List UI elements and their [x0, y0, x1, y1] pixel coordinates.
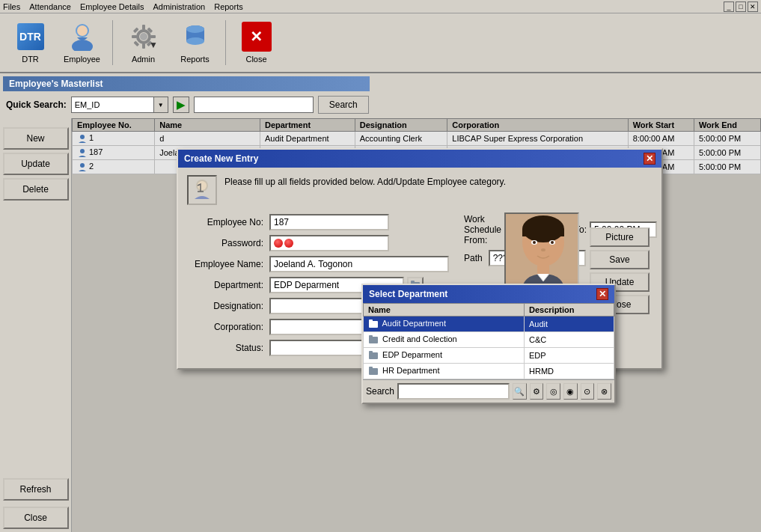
password-input[interactable] [269, 235, 389, 251]
quick-search-bar: Quick Search: EM_ID Name Department ▼ ▶ … [0, 91, 761, 118]
dept-search-bar: Search 🔍 ⚙ ◎ ◉ ⊙ ⊗ [363, 379, 614, 403]
dtr-button[interactable]: DTR DTR [6, 17, 55, 68]
dept-cell-desc: Audit [525, 317, 614, 332]
dept-cell-name: Audit Department [364, 317, 525, 332]
svg-point-31 [533, 241, 536, 244]
svg-point-33 [541, 248, 545, 251]
window-controls: _ □ ✕ [724, 1, 758, 12]
dept-search-icon[interactable]: 🔍 [513, 383, 527, 400]
dept-col-name: Name [364, 304, 525, 317]
reports-label: Reports [180, 55, 210, 64]
dept-popup-title: Select Department ✕ [363, 285, 614, 303]
svg-point-22 [198, 181, 207, 190]
menu-employee-details[interactable]: Employee Details [80, 2, 144, 11]
dept-table-row[interactable]: EDP Deparment EDP [364, 348, 614, 364]
dept-filter-icon-4[interactable]: ⊙ [581, 383, 595, 400]
svg-point-2 [77, 25, 88, 36]
modal-close-button[interactable]: ✕ [644, 153, 655, 165]
search-field-selector[interactable]: EM_ID Name Department ▼ [71, 97, 168, 113]
dtr-icon: DTR [16, 22, 46, 52]
dept-filter-icon-1[interactable]: ⚙ [530, 383, 544, 400]
reports-button[interactable]: Reports [171, 17, 219, 68]
modal-titlebar: Create New Entry ✕ [178, 150, 661, 168]
restore-button[interactable]: □ [736, 1, 746, 12]
svg-rect-36 [369, 319, 373, 322]
quick-search-label: Quick Search: [6, 100, 67, 110]
reports-icon [180, 22, 210, 52]
dtr-label: DTR [22, 55, 39, 64]
corporation-label: Corporation: [187, 322, 269, 332]
employee-no-label: Employee No: [187, 217, 269, 227]
svg-point-1 [72, 40, 93, 51]
toolbar: DTR DTR Employee [0, 13, 761, 73]
modal-body: Please fill up all fields provided below… [178, 168, 661, 368]
minimize-button[interactable]: _ [724, 1, 734, 12]
svg-rect-41 [369, 368, 378, 375]
dept-popup-title-text: Select Department [369, 289, 447, 299]
menu-reports[interactable]: Reports [214, 2, 243, 11]
dept-search-input[interactable] [397, 383, 510, 400]
employee-name-input[interactable] [269, 256, 449, 272]
dept-table-row[interactable]: Credit and Colection C&C [364, 332, 614, 348]
dept-table-row[interactable]: Audit Department Audit [364, 317, 614, 332]
dept-cell-name: EDP Deparment [364, 348, 525, 364]
dept-table-row[interactable]: HR Department HRMD [364, 364, 614, 379]
password-dot-2 [284, 239, 293, 248]
admin-label: Admin [132, 55, 155, 64]
close-button[interactable]: ✕ Close [232, 17, 281, 68]
svg-rect-5 [142, 43, 145, 49]
department-table: Name Description Audit Department [363, 303, 614, 379]
svg-text:▼: ▼ [149, 40, 158, 50]
svg-rect-37 [369, 337, 378, 343]
employee-button[interactable]: Employee [58, 17, 106, 68]
main-area: New Update Delete Refresh Close Employee… [0, 118, 761, 532]
menu-administration[interactable]: Administration [153, 2, 205, 11]
password-label: Password: [187, 238, 269, 248]
save-button[interactable]: Save [590, 250, 650, 269]
admin-icon: ▼ [129, 22, 159, 52]
modal-title-text: Create New Entry [184, 153, 258, 164]
dept-popup-close-button[interactable]: ✕ [596, 288, 608, 300]
dept-cell-desc: C&C [525, 332, 614, 348]
svg-rect-35 [369, 321, 378, 328]
delete-button[interactable]: Delete [3, 178, 69, 201]
search-text-input[interactable] [194, 97, 314, 113]
svg-rect-34 [537, 265, 549, 274]
svg-rect-28 [522, 229, 564, 236]
close-window-button[interactable]: ✕ [748, 1, 758, 12]
create-new-entry-modal: Create New Entry ✕ [177, 148, 663, 370]
refresh-button[interactable]: Refresh [3, 478, 69, 501]
dept-filter-icon-5[interactable]: ⊗ [597, 383, 611, 400]
picture-button[interactable]: Picture [590, 227, 650, 247]
svg-rect-7 [150, 35, 156, 38]
toolbar-separator-2 [225, 20, 226, 65]
menu-files[interactable]: Files [3, 2, 20, 11]
dept-col-description: Description [525, 304, 614, 317]
dropdown-arrow-icon: ▼ [153, 97, 168, 113]
go-button[interactable]: ▶ [173, 97, 189, 113]
dept-filter-icon-2[interactable]: ◎ [546, 383, 560, 400]
employee-name-label: Employee Name: [187, 259, 269, 269]
close-icon: ✕ [242, 22, 272, 52]
modal-info-icon [187, 175, 217, 205]
update-button[interactable]: Update [3, 153, 69, 175]
search-button[interactable]: Search [318, 96, 369, 114]
menu-attendance[interactable]: Attendance [29, 2, 71, 11]
department-label: Department: [187, 280, 269, 290]
employee-photo [504, 213, 579, 295]
close-label: Close [245, 55, 266, 64]
new-button[interactable]: New [3, 127, 69, 150]
svg-point-32 [551, 241, 554, 244]
sidebar-close-button[interactable]: Close [3, 507, 69, 529]
status-label: Status: [187, 343, 269, 353]
employee-no-input[interactable] [269, 214, 389, 230]
dept-cell-name: HR Department [364, 364, 525, 379]
dept-cell-desc: HRMD [525, 364, 614, 379]
select-department-popup: Select Department ✕ Name Description [361, 284, 616, 404]
svg-rect-4 [142, 25, 145, 30]
svg-rect-38 [369, 335, 373, 337]
svg-point-12 [140, 33, 147, 40]
dept-search-label: Search [366, 386, 394, 397]
admin-button[interactable]: ▼ Admin [119, 17, 168, 68]
dept-filter-icon-3[interactable]: ◉ [563, 383, 578, 400]
